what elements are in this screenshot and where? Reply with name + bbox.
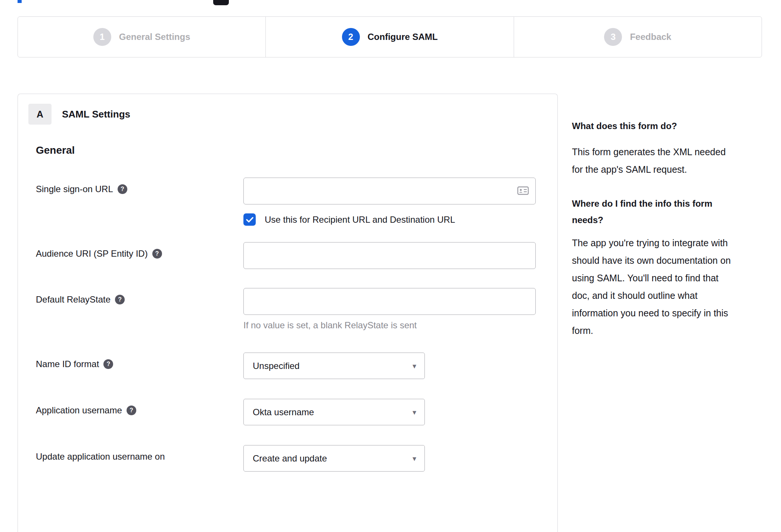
relaystate-input[interactable] — [243, 288, 536, 315]
panel-title: SAML Settings — [62, 109, 130, 120]
contact-card-icon — [517, 185, 529, 196]
app-username-value: Okta username — [253, 407, 314, 417]
sso-url-label: Single sign-on URL — [36, 184, 113, 194]
saml-settings-panel: A SAML Settings General Single sign-on U… — [18, 94, 558, 532]
update-username-value: Create and update — [253, 453, 327, 464]
help-icon[interactable]: ? — [115, 295, 125, 304]
sso-url-input[interactable] — [243, 178, 536, 204]
app-logo-fragment — [213, 0, 229, 5]
audience-uri-input[interactable] — [243, 242, 536, 269]
app-username-select[interactable]: Okta username ▾ — [243, 399, 425, 425]
wizard-stepper: 1 General Settings 2 Configure SAML 3 Fe… — [18, 16, 762, 57]
help-icon[interactable]: ? — [127, 406, 136, 415]
step-number-badge: 1 — [93, 28, 111, 46]
help-answer-2: The app you're trying to integrate with … — [572, 234, 759, 339]
section-a-badge: A — [28, 104, 52, 125]
form-row-audience: Audience URI (SP Entity ID) ? — [18, 242, 557, 269]
section-title-general: General — [36, 144, 75, 156]
help-icon[interactable]: ? — [118, 184, 127, 194]
help-sidebar: What does this form do? This form genera… — [572, 120, 759, 357]
step-number-badge: 2 — [342, 28, 360, 46]
help-question-1: What does this form do? — [572, 120, 759, 132]
help-answer-1: This form generates the XML needed for t… — [572, 143, 759, 178]
form-row-update-username: Update application username on Create an… — [18, 445, 557, 472]
step-label: General Settings — [119, 32, 190, 42]
panel-header: A SAML Settings — [28, 104, 130, 125]
nameid-format-label: Name ID format — [36, 359, 99, 369]
step-configure-saml[interactable]: 2 Configure SAML — [265, 17, 513, 57]
update-username-label: Update application username on — [36, 451, 165, 462]
step-number-badge: 3 — [604, 28, 622, 46]
form-row-nameid: Name ID format ? Unspecified ▾ — [18, 353, 557, 379]
help-icon[interactable]: ? — [103, 359, 113, 369]
chevron-down-icon: ▾ — [413, 362, 416, 370]
form-row-relaystate: Default RelayState ? If no value is set,… — [18, 288, 557, 331]
checkmark-icon — [246, 217, 253, 223]
audience-uri-label: Audience URI (SP Entity ID) — [36, 248, 148, 259]
relaystate-label: Default RelayState — [36, 294, 111, 305]
nameid-format-select[interactable]: Unspecified ▾ — [243, 353, 425, 379]
chevron-down-icon: ▾ — [413, 454, 416, 463]
app-title-fragment — [18, 0, 22, 3]
recipient-url-checkbox-row: Use this for Recipient URL and Destinati… — [243, 213, 536, 226]
step-label: Configure SAML — [368, 32, 438, 42]
recipient-url-checkbox[interactable] — [243, 213, 256, 226]
step-label: Feedback — [630, 32, 671, 42]
step-feedback[interactable]: 3 Feedback — [514, 17, 762, 57]
update-username-select[interactable]: Create and update ▾ — [243, 445, 425, 472]
chevron-down-icon: ▾ — [413, 408, 416, 417]
step-general-settings[interactable]: 1 General Settings — [18, 17, 265, 57]
recipient-url-checkbox-label: Use this for Recipient URL and Destinati… — [265, 215, 455, 225]
app-username-label: Application username — [36, 405, 122, 416]
help-question-2: Where do I find the info this form needs… — [572, 195, 759, 228]
form-row-sso: Single sign-on URL ? — [18, 178, 557, 226]
relaystate-hint: If no value is set, a blank RelayState i… — [243, 320, 536, 331]
form-row-app-username: Application username ? Okta username ▾ — [18, 399, 557, 425]
help-icon[interactable]: ? — [152, 249, 162, 259]
nameid-format-value: Unspecified — [253, 361, 299, 371]
